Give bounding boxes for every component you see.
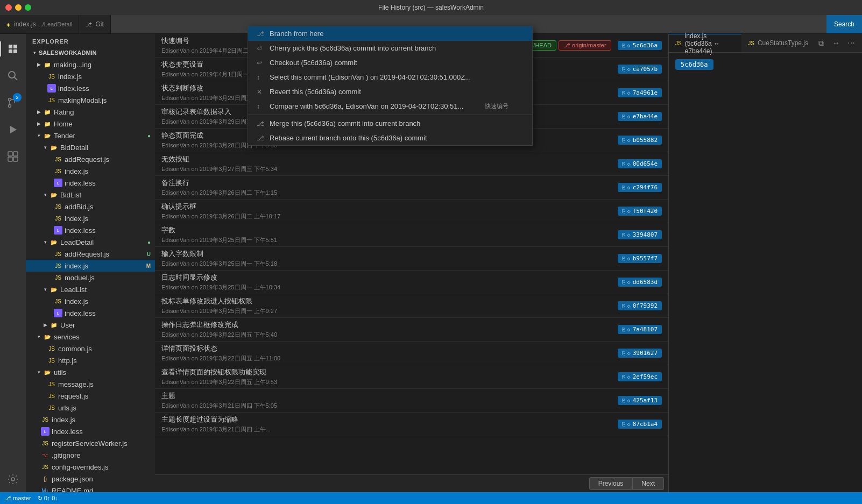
- activity-source-control[interactable]: 2: [0, 90, 26, 116]
- sidebar-item-gitignore[interactable]: ⌥ .gitignore: [26, 449, 155, 461]
- sidebar-item-http-js[interactable]: JS http.js: [26, 354, 155, 366]
- commit-row-13[interactable]: 详情页面投标状态 EdisonVan on 2019年3月22日周五 上午11:…: [155, 342, 668, 365]
- branch-status[interactable]: ⎇ master: [4, 495, 31, 502]
- commit-row-11[interactable]: 投标表单修改跟进人按钮权限 EdisonVan on 2019年3月25日周一 …: [155, 294, 668, 318]
- sidebar-item-index-js-selected[interactable]: JS index.js M: [26, 260, 155, 272]
- index-less-3-label: index.less: [65, 226, 151, 235]
- commit-hash-0[interactable]: ⎘ ◇ 5c6d36a: [618, 41, 662, 50]
- context-menu-item-revert[interactable]: ✕ Revert this (5c6d36a) commit: [248, 84, 532, 99]
- commit-hash-3[interactable]: ⎘ ◇ e7ba44e: [618, 112, 662, 121]
- copy-hash-icon: ⎘: [622, 421, 625, 427]
- diff-button[interactable]: ↔: [830, 37, 843, 49]
- sidebar-item-home[interactable]: ▶ 📁 Home: [26, 118, 155, 130]
- activity-explorer[interactable]: [0, 36, 26, 62]
- search-button[interactable]: Search: [826, 15, 862, 33]
- copy-button[interactable]: ⧉: [815, 37, 828, 49]
- sidebar-item-index-less-1[interactable]: L index.less: [26, 82, 155, 94]
- commit-hash-8[interactable]: ⎘ ◇ 3394807: [618, 230, 662, 239]
- previous-button[interactable]: Previous: [589, 477, 633, 490]
- commit-row-16[interactable]: 主题长度超过设置为缩略 EdisonVan on 2019年3月21日周四 上午…: [155, 413, 668, 436]
- commit-hash-14[interactable]: ⎘ ◇ 2ef59ec: [618, 372, 662, 381]
- sidebar-item-addrequest-2[interactable]: JS addRequest.js U: [26, 248, 155, 260]
- sidebar-item-common-js[interactable]: JS common.js: [26, 343, 155, 354]
- sidebar-item-index-js-root[interactable]: JS index.js: [26, 414, 155, 425]
- sidebar-item-user[interactable]: ▶ 📁 User: [26, 319, 155, 331]
- context-menu-item-select-commit[interactable]: ↕ Select this commit (EdisonVan ) on 201…: [248, 70, 532, 84]
- commit-hash-10[interactable]: ⎘ ◇ dd6583d: [618, 278, 662, 287]
- commit-row-10[interactable]: 日志时间显示修改 EdisonVan on 2019年3月25日周一 上午10:…: [155, 271, 668, 294]
- sidebar-item-bidlist[interactable]: ▾ 📂 BidList: [26, 189, 155, 201]
- commit-hash-12[interactable]: ⎘ ◇ 7a48107: [618, 325, 662, 334]
- next-button[interactable]: Next: [632, 477, 664, 490]
- sidebar-item-urls-js[interactable]: JS urls.js: [26, 402, 155, 414]
- commit-row-5[interactable]: 无效按钮 EdisonVan on 2019年3月27日周三 下午5:34 ⎘ …: [155, 152, 668, 176]
- commit-hash-6[interactable]: ⎘ ◇ c294f76: [618, 183, 662, 192]
- minimize-button[interactable]: [15, 4, 22, 11]
- commit-row-6[interactable]: 备注换行 EdisonVan on 2019年3月26日周二 下午1:15 ⎘ …: [155, 176, 668, 200]
- commit-row-15[interactable]: 主题 EdisonVan on 2019年3月21日周四 下午5:05 ⎘ ◇ …: [155, 389, 668, 413]
- sidebar-root[interactable]: ▾ SALESWORKADMIN: [26, 47, 155, 59]
- sidebar-item-index-less-root[interactable]: L index.less: [26, 425, 155, 437]
- context-menu-item-cherry-pick[interactable]: ⏎ Cherry pick this (5c6d36a) commit into…: [248, 41, 532, 55]
- detail-hash: 5c6d36a: [675, 59, 713, 70]
- activity-extensions[interactable]: [0, 144, 26, 169]
- commit-row-9[interactable]: 输入字数限制 EdisonVan on 2019年3月25日周一 下午5:18 …: [155, 247, 668, 271]
- context-menu-item-branch-from-here[interactable]: ⎇ Branch from here: [248, 26, 532, 41]
- commit-hash-2[interactable]: ⎘ ◇ 7a4961e: [618, 88, 662, 97]
- sidebar-item-package-json[interactable]: {} package.json: [26, 473, 155, 485]
- context-menu-item-compare[interactable]: ↕ Compare with 5c6d36a, EdisonVan on 201…: [248, 99, 532, 113]
- tab-index-js[interactable]: ◈ index.js ../LeadDetail: [0, 15, 79, 33]
- sidebar-item-moduel[interactable]: JS moduel.js: [26, 272, 155, 283]
- commit-hash-9[interactable]: ⎘ ◇ b9557f7: [618, 254, 662, 263]
- sidebar-item-utils[interactable]: ▾ 📂 utils: [26, 366, 155, 378]
- tab-git[interactable]: ⎇ Git: [79, 15, 110, 33]
- commit-hash-11[interactable]: ⎘ ◇ 0f79392: [618, 301, 662, 310]
- commit-row-8[interactable]: 字数 EdisonVan on 2019年3月25日周一 下午5:51 ⎘ ◇ …: [155, 223, 668, 247]
- commit-hash-15[interactable]: ⎘ ◇ 425af13: [618, 396, 662, 405]
- commit-row-14[interactable]: 查看详情页面的按钮权限功能实现 EdisonVan on 2019年3月22日周…: [155, 365, 668, 389]
- activity-settings[interactable]: [0, 466, 26, 492]
- sidebar-item-biddetail[interactable]: ▾ 📂 BidDetail: [26, 141, 155, 153]
- sidebar-item-config-overrides[interactable]: JS config-overrides.js: [26, 461, 155, 473]
- commit-hash-7[interactable]: ⎘ ◇ f50f420: [618, 207, 662, 216]
- sidebar-item-index-js-3[interactable]: JS index.js: [26, 212, 155, 224]
- sidebar-item-readme[interactable]: M↓ README.md: [26, 485, 155, 492]
- commit-row-12[interactable]: 操作日志弹出框修改完成 EdisonVan on 2019年3月22日周五 下午…: [155, 318, 668, 342]
- tab-cue-status[interactable]: JS CueStatusType.js: [741, 34, 815, 52]
- sidebar-item-index-js-1[interactable]: JS index.js: [26, 70, 155, 82]
- sidebar-item-leaddetail[interactable]: ▾ 📂 LeadDetail ●: [26, 236, 155, 248]
- sidebar-item-index-less-2[interactable]: L index.less: [26, 177, 155, 189]
- more-button[interactable]: ⋯: [845, 37, 858, 49]
- sidebar-item-addbid[interactable]: JS addBid.js: [26, 201, 155, 212]
- sidebar-item-index-js-4[interactable]: JS index.js: [26, 295, 155, 307]
- commit-hash-13[interactable]: ⎘ ◇ 3901627: [618, 349, 662, 358]
- activity-search[interactable]: [0, 63, 26, 89]
- commit-hash-16[interactable]: ⎘ ◇ 87cb1a4: [618, 420, 662, 429]
- tab-index-js-detail[interactable]: JS index.js (5c6d36a ↔ e7ba44e): [669, 34, 741, 52]
- commit-message-10: 日志时间显示修改: [161, 273, 613, 282]
- context-menu-item-merge[interactable]: ⎇ Merge this (5c6d36a) commit into curre…: [248, 116, 532, 131]
- sidebar-item-making-modal[interactable]: JS makingModal.js: [26, 94, 155, 106]
- sidebar-item-index-less-3[interactable]: L index.less: [26, 224, 155, 236]
- sidebar-item-leadlist[interactable]: ▾ 📂 LeadList: [26, 283, 155, 295]
- activity-run[interactable]: [0, 117, 26, 143]
- maximize-button[interactable]: [25, 4, 31, 11]
- sidebar-item-rating[interactable]: ▶ 📁 Rating: [26, 106, 155, 118]
- sidebar-item-request-js[interactable]: JS request.js: [26, 390, 155, 402]
- commit-row-7[interactable]: 确认提示框 EdisonVan on 2019年3月26日周二 上午10:17 …: [155, 200, 668, 223]
- sidebar-item-index-js-2[interactable]: JS index.js: [26, 165, 155, 177]
- sidebar-item-index-less-4[interactable]: L index.less: [26, 307, 155, 319]
- context-menu-item-rebase[interactable]: ⎇ Rebase current branch onto this (5c6d3…: [248, 131, 532, 145]
- commit-hash-4[interactable]: ⎘ ◇ b055882: [618, 136, 662, 145]
- sidebar-item-addrequest-1[interactable]: JS addRequest.js: [26, 153, 155, 165]
- sync-status[interactable]: ↻ 0↑ 0↓: [38, 495, 58, 502]
- close-button[interactable]: [5, 4, 12, 11]
- commit-hash-5[interactable]: ⎘ ◇ 00d654e: [618, 159, 662, 168]
- sidebar-item-services[interactable]: ▾ 📂 services: [26, 331, 155, 343]
- sidebar-item-message-js[interactable]: JS message.js: [26, 378, 155, 390]
- sidebar-item-tender[interactable]: ▾ 📂 Tender ●: [26, 130, 155, 141]
- sidebar-item-register-sw[interactable]: JS registerServiceWorker.js: [26, 437, 155, 449]
- sidebar-item-making[interactable]: ▶ 📁 making...ing: [26, 59, 155, 70]
- commit-hash-1[interactable]: ⎘ ◇ ca7057b: [618, 65, 662, 74]
- context-menu-item-checkout[interactable]: ↩ Checkout (5c6d36a) commit: [248, 55, 532, 70]
